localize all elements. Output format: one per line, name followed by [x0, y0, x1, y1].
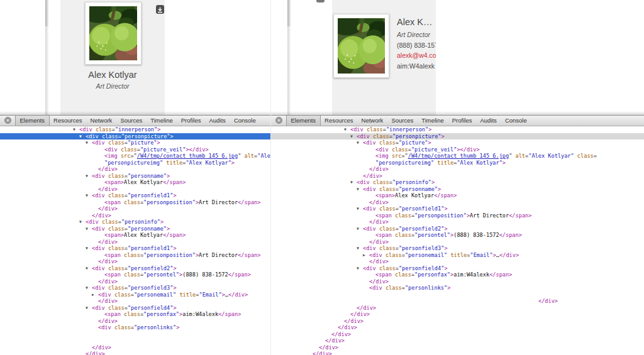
dom-tree-line[interactable]: </div>: [271, 351, 644, 355]
devtools-tab-sources[interactable]: Sources: [387, 116, 418, 126]
devtools-tab-profiles[interactable]: Profiles: [448, 116, 476, 126]
dom-tree-line[interactable]: ▶<div class="personemail" title="Email">…: [271, 252, 644, 259]
expand-arrow-icon[interactable]: ▼: [86, 245, 92, 252]
expand-arrow-icon[interactable]: ▼: [344, 126, 350, 133]
dom-tree-line[interactable]: </div>: [271, 318, 644, 325]
dom-tree-line[interactable]: ▼<div class="personfield2">: [271, 226, 644, 232]
dom-tree-line[interactable]: ▼<div class="personfield1">: [271, 205, 644, 212]
expand-arrow-icon[interactable]: ▼: [357, 245, 363, 252]
resource-link[interactable]: /W4/tmp/contact_thumb_145_6.jpg: [408, 153, 509, 159]
dom-tree-line[interactable]: </div>: [271, 331, 644, 338]
devtools-tab-network[interactable]: Network: [357, 116, 387, 126]
dom-tree-line[interactable]: ▼<div class="personpicture">: [271, 133, 644, 140]
dom-tree-line[interactable]: </div>: [0, 239, 270, 246]
dom-tree-line[interactable]: ▼<div class="innerperson">: [271, 126, 644, 133]
resource-link[interactable]: /W4/tmp/contact_thumb_145_6.jpg: [137, 153, 238, 159]
devtools-tab-sources[interactable]: Sources: [116, 116, 147, 126]
dom-tree-line[interactable]: </div>: [271, 166, 644, 173]
dom-tree-line[interactable]: ▼<div class="personpicture">: [0, 133, 270, 140]
dom-tree-line[interactable]: ▼<div class="personname">: [271, 186, 644, 193]
expand-arrow-icon[interactable]: ▼: [86, 173, 92, 180]
dom-tree-line[interactable]: <span class="persontel">(888) 838-1572</…: [271, 232, 644, 239]
dom-tree-line[interactable]: <span>Alex Kotlyar</span>: [271, 192, 644, 199]
expand-arrow-icon[interactable]: ▼: [86, 265, 92, 272]
dom-tree-line[interactable]: </div>: [271, 305, 644, 312]
dom-tree-line[interactable]: </div>: [271, 199, 644, 206]
dom-tree-line[interactable]: ▼<div class="picture">: [0, 139, 270, 146]
dom-tree-line[interactable]: </div>: [0, 258, 270, 265]
dom-tree-line[interactable]: ▼<div class="personfield4">: [0, 305, 270, 312]
dom-tree-line[interactable]: </div>: [271, 173, 644, 180]
expand-arrow-icon[interactable]: ▼: [86, 305, 92, 312]
devtools-close-button[interactable]: ✕: [4, 117, 11, 124]
dom-tree-line[interactable]: </div>: [271, 344, 644, 351]
dom-tree-line[interactable]: </div>: [0, 298, 270, 305]
expand-arrow-icon[interactable]: ▼: [357, 265, 363, 272]
devtools-close-button[interactable]: ✕: [275, 117, 282, 124]
dom-tree-line[interactable]: ▼<div class="personinfo">: [271, 179, 644, 186]
devtools-tab-elements[interactable]: Elements: [15, 116, 50, 126]
dom-tree-line[interactable]: "personpictureimg" title="Alex Kotlyar">: [0, 160, 270, 167]
dom-tree-line[interactable]: "personpictureimg" title="Alex Kotlyar">: [271, 160, 644, 167]
dom-tree-line[interactable]: </div>: [0, 344, 270, 351]
expand-arrow-icon[interactable]: ▼: [86, 285, 92, 292]
dom-tree-line[interactable]: </div>: [271, 298, 644, 305]
devtools-tab-console[interactable]: Console: [230, 116, 260, 126]
expand-arrow-icon[interactable]: ▼: [357, 205, 363, 212]
dom-tree-line[interactable]: </div>: [271, 324, 644, 331]
devtools-tab-elements[interactable]: Elements: [286, 116, 321, 126]
dom-tree-line[interactable]: </div>: [0, 205, 270, 212]
dom-tree-line[interactable]: </div>: [271, 219, 644, 226]
devtools-tab-resources[interactable]: Resources: [50, 116, 86, 126]
expand-arrow-icon[interactable]: ▼: [86, 139, 92, 146]
expand-arrow-icon[interactable]: ▼: [357, 226, 363, 232]
expand-arrow-icon[interactable]: ▼: [79, 133, 86, 140]
dom-tree-line[interactable]: ▼<div class="personfield2">: [0, 265, 270, 272]
dom-tree-line[interactable]: ▼<div class="personfield4">: [271, 265, 644, 272]
dom-tree-line[interactable]: </div>: [271, 239, 644, 246]
dom-tree-line[interactable]: <img src="/W4/tmp/contact_thumb_145_6.jp…: [271, 153, 644, 160]
dom-tree-line[interactable]: <span class="personfax">aim:W4alexk</spa…: [271, 271, 644, 278]
dom-tree-line[interactable]: ▼<div class="personfield1">: [0, 245, 270, 252]
dom-tree-line[interactable]: <div class="personlinks">: [0, 324, 270, 331]
dom-tree-line[interactable]: </div>: [0, 186, 270, 193]
dom-tree-line[interactable]: <span class="personposition">Art Directo…: [0, 199, 270, 206]
dom-tree-line[interactable]: <div class="picture_veil"></div>: [271, 146, 644, 153]
dom-tree-line[interactable]: <span>Alex Kotlyar</span>: [0, 179, 270, 186]
dom-tree-line[interactable]: ▼<div class="personname">: [0, 226, 270, 232]
devtools-tab-audits[interactable]: Audits: [476, 116, 501, 126]
dom-tree-line[interactable]: <img src="/W4/tmp/contact_thumb_145_6.jp…: [0, 153, 270, 160]
dom-tree-line[interactable]: ▼<div class="innerperson">: [0, 126, 270, 133]
devtools-tab-profiles[interactable]: Profiles: [177, 116, 205, 126]
expand-arrow-icon[interactable]: ▶: [92, 292, 98, 298]
expand-arrow-icon[interactable]: ▼: [350, 179, 357, 186]
devtools-tab-resources[interactable]: Resources: [321, 116, 357, 126]
dom-tree-line[interactable]: </div>: [0, 278, 270, 285]
devtools-tab-timeline[interactable]: Timeline: [147, 116, 177, 126]
dom-tree-line[interactable]: </div>: [271, 258, 644, 265]
expand-arrow-icon[interactable]: ▼: [79, 219, 86, 226]
dom-tree-line[interactable]: ▼<div class="personfield1">: [0, 192, 270, 199]
dom-tree-line[interactable]: ▼<div class="personinfo">: [0, 219, 270, 226]
dom-tree-line[interactable]: ▼<div class="picture">: [271, 139, 644, 146]
expand-arrow-icon[interactable]: ▼: [86, 226, 92, 232]
dom-tree-line[interactable]: </div>: [0, 166, 270, 173]
dom-tree-line[interactable]: </div>: [0, 351, 270, 355]
dom-tree-line[interactable]: <span class="personfax">aim:W4alexk</spa…: [0, 311, 270, 318]
devtools-tab-audits[interactable]: Audits: [205, 116, 230, 126]
dom-tree-line[interactable]: <span>Alex Kotlyar</span>: [0, 232, 270, 239]
expand-arrow-icon[interactable]: ▼: [357, 139, 363, 146]
dom-tree-line[interactable]: ▼<div class="personname">: [0, 173, 270, 180]
expand-arrow-icon[interactable]: ▼: [86, 192, 92, 199]
dom-tree-line[interactable]: <div class="personlinks">: [271, 285, 644, 292]
dom-tree-line[interactable]: ▼<div class="personfield3">: [0, 285, 270, 292]
devtools-tab-network[interactable]: Network: [86, 116, 116, 126]
dom-tree-line[interactable]: <div class="picture_veil"></div>: [0, 146, 270, 153]
devtools-tab-timeline[interactable]: Timeline: [418, 116, 448, 126]
devtools-tab-console[interactable]: Console: [501, 116, 531, 126]
dom-tree-line[interactable]: ▼<div class="personfield3">: [271, 245, 644, 252]
dom-tree-line[interactable]: </div>: [0, 318, 270, 325]
dom-tree-line[interactable]: <span class="persontel">(888) 838-1572</…: [0, 271, 270, 278]
expand-arrow-icon[interactable]: ▼: [73, 126, 79, 133]
dom-tree-line[interactable]: <span class="personposition">Art Directo…: [0, 252, 270, 259]
